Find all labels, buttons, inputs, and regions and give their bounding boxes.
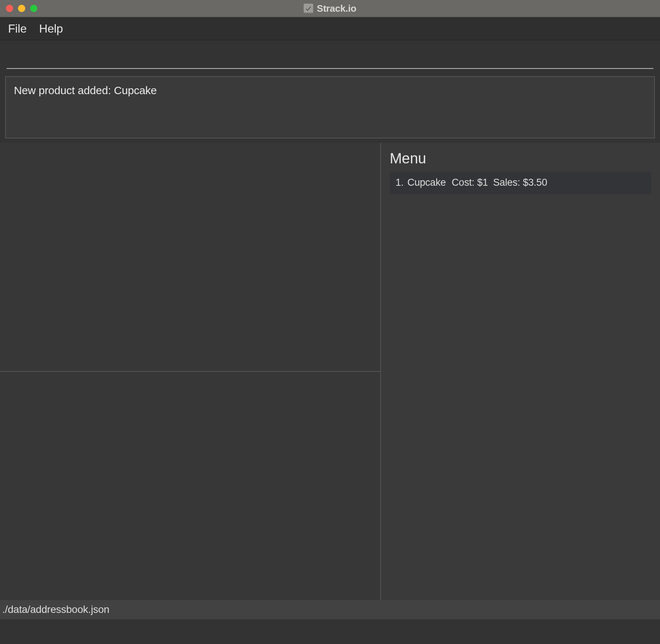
title-center: Strack.io [0,3,660,14]
menu-item-cost: Cost: $1 [452,177,488,188]
zoom-window-button[interactable] [30,5,37,12]
notification-area: New product added: Cupcake [0,73,660,143]
toolbar-strip [7,40,653,69]
close-window-button[interactable] [6,5,13,12]
spacer [0,69,660,73]
menu-item[interactable]: 1. Cupcake Cost: $1 Sales: $3.50 [390,172,651,194]
menu-item-index: 1. [396,177,404,188]
menu-item-cost-value: $1 [477,177,488,188]
titlebar: Strack.io [0,0,660,17]
left-bottom-panel [0,372,380,600]
app-icon [304,4,313,13]
notification-message: New product added: Cupcake [14,84,157,96]
menu-header: Menu [390,150,651,167]
menu-item-name: Cupcake [407,177,446,188]
menu-item-sales: Sales: $3.50 [493,177,547,188]
right-column: Menu 1. Cupcake Cost: $1 Sales: $3.50 [381,143,660,600]
window-controls [0,5,37,12]
menu-help[interactable]: Help [39,22,63,36]
menu-item-sales-value: $3.50 [523,177,547,188]
menubar: File Help [0,17,660,40]
window-title: Strack.io [317,3,356,14]
left-top-panel [0,143,380,372]
minimize-window-button[interactable] [18,5,25,12]
left-column [0,143,381,600]
menu-item-cost-label: Cost: [452,177,474,188]
notification-panel: New product added: Cupcake [5,76,655,138]
main-area: Menu 1. Cupcake Cost: $1 Sales: $3.50 [0,143,660,600]
statusbar-path: ./data/addressbook.json [2,604,110,615]
menu-list: 1. Cupcake Cost: $1 Sales: $3.50 [390,172,651,194]
menu-file[interactable]: File [8,22,27,36]
statusbar: ./data/addressbook.json [0,600,660,619]
menu-item-sales-label: Sales: [493,177,520,188]
